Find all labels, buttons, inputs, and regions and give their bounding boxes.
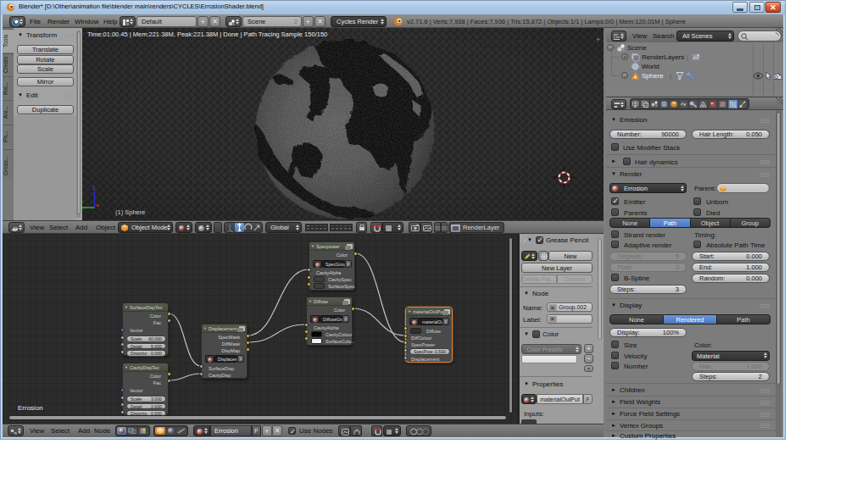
svg-text:Z: Z bbox=[92, 186, 96, 191]
svg-text:Y: Y bbox=[80, 201, 83, 206]
